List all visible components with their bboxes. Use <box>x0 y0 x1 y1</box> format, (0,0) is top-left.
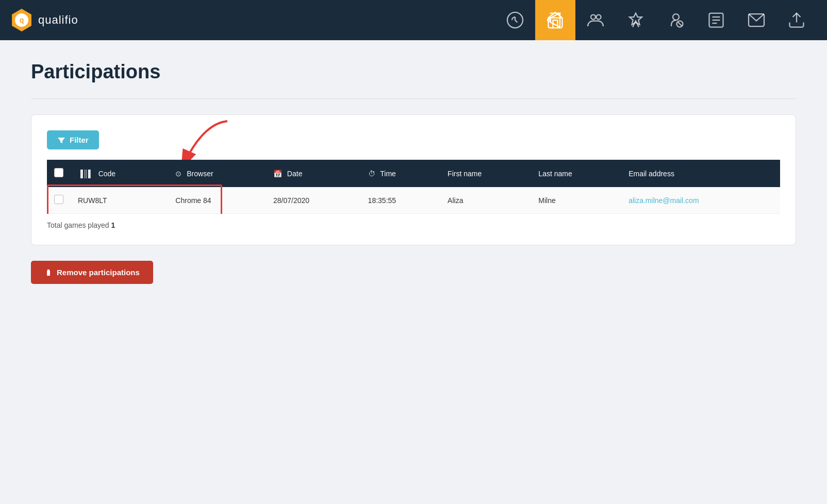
logo-hex: q <box>10 9 33 31</box>
nav-dashboard[interactable] <box>495 0 535 40</box>
email-link[interactable]: aliza.milne@mail.com <box>628 196 699 205</box>
th-first-name: First name <box>440 160 531 187</box>
trash-icon <box>44 268 53 277</box>
filter-button[interactable]: Filter <box>47 130 99 149</box>
navbar: q qualifio <box>0 0 827 40</box>
participations-card: Filter <box>31 114 796 245</box>
nav-audience[interactable] <box>575 0 616 40</box>
nav-blocked[interactable] <box>656 0 696 40</box>
calendar-icon: 📅 <box>273 170 282 178</box>
svg-point-3 <box>591 15 596 20</box>
row-checkbox-cell <box>47 187 71 214</box>
th-code[interactable]: ▐║▌ Code <box>71 160 168 187</box>
th-email: Email address <box>621 160 780 187</box>
row-last-name: Milne <box>531 187 621 214</box>
filter-icon <box>57 136 65 144</box>
svg-point-5 <box>673 14 679 20</box>
th-checkbox <box>47 160 71 187</box>
svg-line-7 <box>678 22 682 26</box>
nav-export[interactable] <box>776 0 817 40</box>
table-row: RUW8LT Chrome 84 28/07/2020 18:35:55 Ali… <box>47 187 780 214</box>
row-time: 18:35:55 <box>361 187 440 214</box>
main-content: Participations Filter <box>0 40 827 305</box>
row-browser: Chrome 84 <box>168 187 266 214</box>
th-last-name: Last name <box>531 160 621 187</box>
logo-icon: q <box>15 13 28 27</box>
row-checkbox[interactable] <box>54 195 63 204</box>
th-date[interactable]: 📅 Date <box>266 160 361 187</box>
total-games-text: Total games played 1 <box>47 221 780 229</box>
page-title: Participations <box>31 61 796 83</box>
row-date: 28/07/2020 <box>266 187 361 214</box>
logo-text: qualifio <box>38 13 78 27</box>
header-checkbox[interactable] <box>54 168 63 177</box>
email-icon <box>747 11 766 29</box>
table-header-row: ▐║▌ Code ⊙ Browser 📅 Date <box>47 160 780 187</box>
blocked-icon <box>667 11 685 29</box>
remove-participations-button[interactable]: Remove participations <box>31 261 153 284</box>
logo[interactable]: q qualifio <box>10 9 78 31</box>
nav-campaigns[interactable] <box>535 0 575 40</box>
forms-icon <box>707 11 725 29</box>
row-email: aliza.milne@mail.com <box>621 187 780 214</box>
barcode-icon: ▐║▌ <box>78 170 93 178</box>
export-icon <box>787 11 806 29</box>
th-time[interactable]: ⏱ Time <box>361 160 440 187</box>
clock-icon: ⏱ <box>368 170 375 178</box>
section-divider <box>31 98 796 99</box>
audience-icon <box>586 11 605 29</box>
rewards-icon <box>626 11 645 29</box>
navbar-icons <box>495 0 817 40</box>
dashboard-icon <box>506 11 524 29</box>
table-container: ▐║▌ Code ⊙ Browser 📅 Date <box>47 160 780 229</box>
nav-rewards[interactable] <box>616 0 656 40</box>
campaigns-icon <box>546 11 565 29</box>
browser-icon: ⊙ <box>175 170 181 178</box>
svg-point-4 <box>597 15 601 20</box>
table-wrapper: ▐║▌ Code ⊙ Browser 📅 Date <box>47 160 780 214</box>
participations-table: ▐║▌ Code ⊙ Browser 📅 Date <box>47 160 780 214</box>
nav-forms[interactable] <box>696 0 736 40</box>
nav-email[interactable] <box>736 0 776 40</box>
th-browser[interactable]: ⊙ Browser <box>168 160 266 187</box>
row-first-name: Aliza <box>440 187 531 214</box>
row-code: RUW8LT <box>71 187 168 214</box>
